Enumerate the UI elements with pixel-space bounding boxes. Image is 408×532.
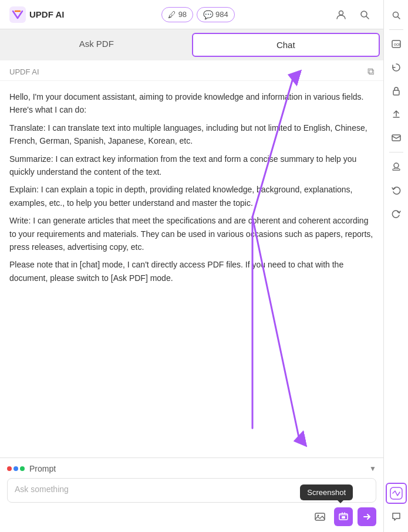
chat-badge-icon: 💬 <box>203 10 213 19</box>
sidebar-lock-icon[interactable] <box>386 80 407 101</box>
chat-container: UPDF AI ⧉ Hello, I'm your document assis… <box>0 60 383 458</box>
sidebar-email-icon[interactable] <box>386 127 407 148</box>
sidebar-divider-2 <box>389 152 403 153</box>
chat-intro: Hello, I'm your document assistant, aimi… <box>9 90 374 117</box>
sidebar-divider-1 <box>389 29 403 30</box>
prompt-left: Prompt <box>7 464 56 473</box>
copy-icon[interactable]: ⧉ <box>367 66 374 77</box>
svg-point-12 <box>394 163 399 168</box>
user-icon[interactable] <box>332 5 350 24</box>
header-right-icons <box>332 5 374 24</box>
svg-point-4 <box>318 515 319 517</box>
prompt-row: Prompt ▼ <box>7 464 376 473</box>
edit-badge-icon: 🖊 <box>168 10 176 19</box>
svg-rect-0 <box>9 6 26 23</box>
chat-write: Write: I can generate articles that meet… <box>9 214 374 253</box>
tab-chat[interactable]: Chat <box>192 33 380 57</box>
chat-messages: Hello, I'm your document assistant, aimi… <box>0 81 383 458</box>
prompt-chevron-icon[interactable]: ▼ <box>369 465 376 473</box>
tabs-container: Ask PDF Chat <box>0 29 383 60</box>
dot-red <box>7 466 12 471</box>
prompt-dots <box>7 466 25 471</box>
ask-placeholder: Ask something <box>15 484 69 494</box>
screenshot-tooltip: Screenshot <box>300 484 353 500</box>
screenshot-button[interactable] <box>334 507 353 526</box>
edit-badge[interactable]: 🖊 98 <box>161 7 193 22</box>
edit-badge-value: 98 <box>178 10 187 19</box>
app-title: UPDF AI <box>29 9 64 19</box>
sidebar-ocr-icon[interactable]: OCR <box>386 33 407 55</box>
chat-translate: Translate: I can translate text into mul… <box>9 121 374 148</box>
input-area: Prompt ▼ Ask something Screenshot <box>0 458 383 532</box>
dot-green <box>20 466 25 471</box>
sidebar-chat-icon[interactable] <box>386 506 407 527</box>
dot-blue <box>14 466 18 471</box>
chat-note: Please note that in [chat] mode, I can't… <box>9 258 374 284</box>
updf-logo <box>9 6 26 23</box>
search-icon[interactable] <box>355 5 374 24</box>
sidebar-undo-icon[interactable] <box>386 179 407 201</box>
header: UPDF AI 🖊 98 💬 984 <box>0 0 383 29</box>
chat-section-title: UPDF AI <box>9 67 39 76</box>
svg-rect-11 <box>392 135 400 141</box>
svg-point-1 <box>339 11 343 15</box>
sidebar-search-icon[interactable] <box>386 5 407 26</box>
sidebar-redo-icon[interactable] <box>386 203 407 224</box>
right-sidebar: OCR <box>383 0 408 532</box>
sidebar-ai-icon[interactable] <box>386 483 407 504</box>
send-button[interactable] <box>358 507 376 526</box>
chat-summarize: Summarize: I can extract key information… <box>9 153 374 179</box>
svg-rect-6 <box>342 516 345 519</box>
chat-header: UPDF AI ⧉ <box>0 60 383 81</box>
sidebar-upload-icon[interactable] <box>386 104 407 125</box>
logo-area: UPDF AI <box>9 6 64 23</box>
chat-badge[interactable]: 💬 984 <box>197 7 235 22</box>
sidebar-stamp-icon[interactable] <box>386 156 407 177</box>
input-actions: Screenshot <box>7 507 376 526</box>
chat-badge-value: 984 <box>215 10 228 19</box>
header-badges: 🖊 98 💬 984 <box>161 7 235 22</box>
sidebar-rotate-icon[interactable] <box>386 57 407 78</box>
svg-rect-13 <box>393 169 400 171</box>
chat-explain: Explain: I can explain a topic in depth,… <box>9 183 374 209</box>
prompt-label: Prompt <box>29 464 56 473</box>
tab-ask-pdf[interactable]: Ask PDF <box>4 33 190 57</box>
svg-text:OCR: OCR <box>394 43 401 46</box>
image-icon[interactable] <box>311 507 329 526</box>
svg-rect-10 <box>393 90 399 95</box>
